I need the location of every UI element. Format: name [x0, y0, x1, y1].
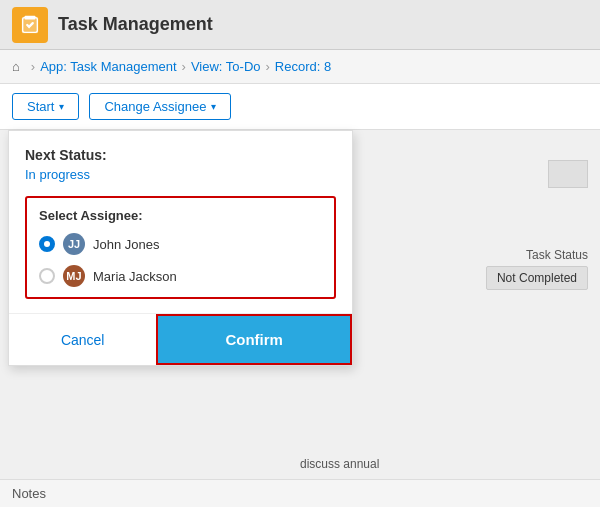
change-assignee-button[interactable]: Change Assignee ▾ [89, 93, 231, 120]
dropdown-footer: Cancel Confirm [9, 313, 352, 365]
breadcrumb-view[interactable]: View: To-Do [191, 59, 261, 74]
radio-john[interactable] [39, 236, 55, 252]
cancel-button[interactable]: Cancel [9, 314, 156, 365]
breadcrumb: ⌂ › App: Task Management › View: To-Do ›… [0, 50, 600, 84]
radio-maria[interactable] [39, 268, 55, 284]
task-status-section: Task Status Not Completed [486, 248, 588, 290]
breadcrumb-record[interactable]: Record: 8 [275, 59, 331, 74]
avatar-maria: MJ [63, 265, 85, 287]
avatar-john: JJ [63, 233, 85, 255]
dropdown-panel: Next Status: In progress Select Assignee… [8, 130, 353, 366]
next-status-label: Next Status: [25, 147, 336, 163]
assignee-option-john[interactable]: JJ John Jones [39, 233, 322, 255]
main-content: Next Status: In progress Select Assignee… [0, 130, 600, 507]
placeholder-box [548, 160, 588, 188]
home-icon[interactable]: ⌂ [12, 59, 20, 74]
task-status-badge: Not Completed [486, 266, 588, 290]
notes-label: Notes [12, 486, 46, 501]
start-button[interactable]: Start ▾ [12, 93, 79, 120]
right-panel: Task Status Not Completed [400, 130, 600, 507]
chevron-down-icon: ▾ [59, 101, 64, 112]
assignee-option-maria[interactable]: MJ Maria Jackson [39, 265, 322, 287]
app-title: Task Management [58, 14, 213, 35]
toolbar: Start ▾ Change Assignee ▾ [0, 84, 600, 130]
breadcrumb-app[interactable]: App: Task Management [40, 59, 176, 74]
assignee-name-john: John Jones [93, 237, 160, 252]
select-assignee-box: Select Assignee: JJ John Jones MJ Maria … [25, 196, 336, 299]
discuss-text: discuss annual [300, 457, 379, 471]
confirm-button[interactable]: Confirm [156, 314, 352, 365]
task-status-label: Task Status [526, 248, 588, 262]
app-icon [12, 7, 48, 43]
chevron-down-icon: ▾ [211, 101, 216, 112]
next-status-value: In progress [25, 167, 336, 182]
assignee-name-maria: Maria Jackson [93, 269, 177, 284]
select-assignee-label: Select Assignee: [39, 208, 322, 223]
notes-bar: Notes [0, 479, 600, 507]
app-header: Task Management [0, 0, 600, 50]
